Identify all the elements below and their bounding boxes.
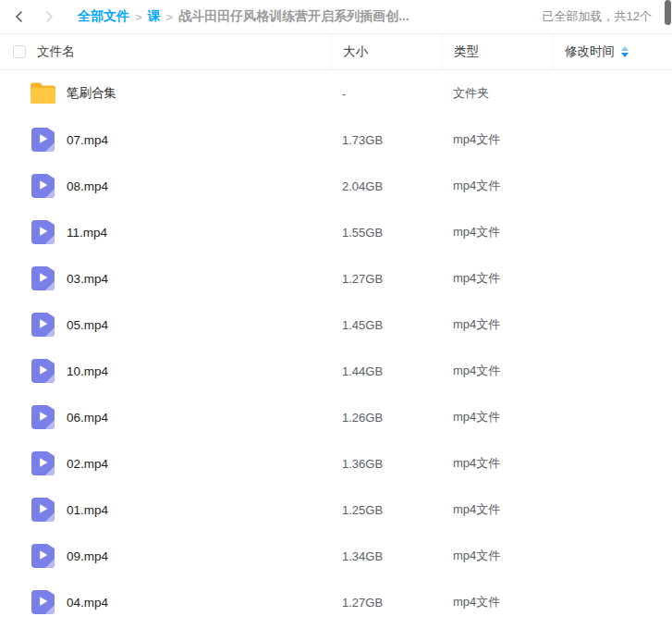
table-row[interactable]: 04.mp4 1.27GB mp4文件 [0, 579, 672, 625]
file-size: 2.04GB [342, 179, 383, 193]
toolbar: 全部文件 > 课 > 战斗田田仔风格训练营开启系列插画创... 已全部加载，共1… [0, 0, 672, 34]
table-row[interactable]: 07.mp4 1.73GB mp4文件 [0, 117, 672, 163]
file-name[interactable]: 04.mp4 [67, 596, 108, 610]
sort-ascending-icon [621, 46, 629, 51]
breadcrumb-item-current: 战斗田田仔风格训练营开启系列插画创... [178, 8, 409, 25]
file-type: mp4文件 [453, 501, 500, 518]
file-name[interactable]: 02.mp4 [67, 457, 108, 471]
breadcrumb-separator: > [135, 10, 142, 24]
select-all-checkbox[interactable] [13, 45, 26, 58]
file-type: mp4文件 [453, 548, 500, 564]
file-type: 文件夹 [453, 85, 489, 102]
video-file-icon [31, 220, 55, 244]
file-type: mp4文件 [453, 409, 500, 425]
chevron-left-icon [13, 10, 26, 23]
file-size: 1.45GB [342, 318, 383, 332]
table-row[interactable]: 03.mp4 1.27GB mp4文件 [0, 255, 672, 302]
video-file-icon [31, 313, 55, 337]
file-name[interactable]: 05.mp4 [67, 318, 108, 332]
file-name[interactable]: 06.mp4 [67, 411, 108, 425]
file-size: 1.55GB [342, 226, 383, 240]
file-name[interactable]: 01.mp4 [67, 503, 108, 517]
file-size: 1.36GB [342, 457, 383, 471]
table-header: 文件名 大小 类型 修改时间 [0, 34, 672, 70]
column-header-filename: 文件名 [37, 43, 75, 60]
video-file-icon [31, 451, 55, 475]
file-name[interactable]: 07.mp4 [67, 133, 108, 147]
table-row[interactable]: 02.mp4 1.36GB mp4文件 [0, 440, 672, 487]
scrollbar-thumb[interactable] [665, 0, 671, 25]
breadcrumb: 全部文件 > 课 > 战斗田田仔风格训练营开启系列插画创... [78, 8, 531, 25]
table-row[interactable]: 05.mp4 1.45GB mp4文件 [0, 302, 672, 348]
table-row[interactable]: 09.mp4 1.34GB mp4文件 [0, 533, 672, 579]
file-type: mp4文件 [453, 224, 500, 240]
header-cell-size: 大小 [331, 34, 442, 69]
sort-toggle[interactable] [621, 46, 629, 57]
file-name[interactable]: 03.mp4 [67, 272, 108, 286]
file-name[interactable]: 08.mp4 [67, 179, 108, 193]
file-name[interactable]: 笔刷合集 [67, 85, 116, 102]
file-size: 1.73GB [342, 133, 383, 147]
video-file-icon [31, 544, 55, 568]
table-row[interactable]: 01.mp4 1.25GB mp4文件 [0, 487, 672, 533]
folder-icon [28, 80, 57, 106]
file-size: 1.25GB [342, 503, 383, 517]
file-type: mp4文件 [453, 455, 500, 472]
file-name[interactable]: 11.mp4 [67, 226, 107, 240]
file-size: 1.26GB [342, 411, 383, 425]
breadcrumb-item-all-files[interactable]: 全部文件 [78, 8, 129, 25]
file-name[interactable]: 09.mp4 [67, 549, 108, 563]
file-type: mp4文件 [453, 270, 500, 287]
chevron-right-icon [43, 10, 55, 23]
header-cell-type: 类型 [442, 34, 553, 69]
video-file-icon [31, 128, 55, 152]
column-header-type: 类型 [454, 43, 479, 60]
file-size: 1.27GB [342, 272, 383, 286]
video-file-icon [31, 590, 55, 614]
back-button[interactable] [9, 6, 30, 27]
header-cell-filename: 文件名 [0, 34, 331, 69]
table-row[interactable]: 11.mp4 1.55GB mp4文件 [0, 209, 672, 255]
file-size: - [342, 87, 346, 101]
file-type: mp4文件 [453, 594, 500, 610]
file-size: 1.44GB [342, 364, 383, 378]
file-size: 1.27GB [342, 596, 383, 610]
file-type: mp4文件 [453, 131, 500, 148]
column-header-size: 大小 [343, 43, 368, 60]
table-row[interactable]: 笔刷合集 - 文件夹 [0, 70, 672, 117]
video-file-icon [31, 405, 55, 429]
file-name[interactable]: 10.mp4 [67, 364, 108, 378]
table-row[interactable]: 08.mp4 2.04GB mp4文件 [0, 163, 672, 209]
forward-button[interactable] [39, 6, 59, 27]
header-cell-modified: 修改时间 [553, 34, 672, 69]
file-type: mp4文件 [453, 178, 500, 194]
file-type: mp4文件 [453, 363, 500, 379]
column-header-modified: 修改时间 [565, 43, 615, 60]
video-file-icon [31, 174, 55, 198]
video-file-icon [31, 359, 55, 383]
breadcrumb-item-course[interactable]: 课 [148, 8, 161, 25]
video-file-icon [31, 266, 55, 290]
load-status-text: 已全部加载，共12个 [543, 8, 652, 25]
video-file-icon [31, 498, 55, 522]
table-row[interactable]: 06.mp4 1.26GB mp4文件 [0, 394, 672, 440]
sort-descending-icon [621, 53, 629, 57]
file-list: 笔刷合集 - 文件夹 07.mp4 1.73GB mp4文件 08.mp4 [0, 70, 672, 625]
file-size: 1.34GB [342, 549, 383, 563]
file-type: mp4文件 [453, 316, 500, 333]
table-row[interactable]: 10.mp4 1.44GB mp4文件 [0, 348, 672, 394]
breadcrumb-separator: > [166, 10, 174, 24]
